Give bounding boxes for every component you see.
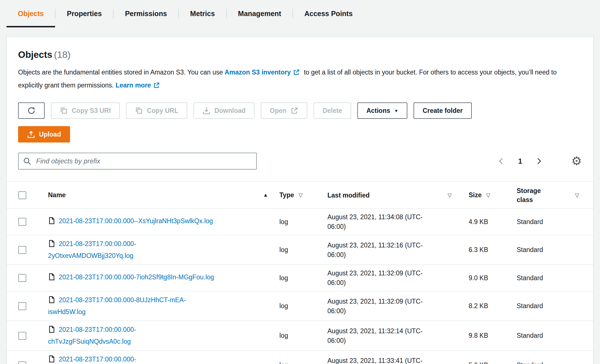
upload-icon	[27, 130, 35, 138]
open-button[interactable]: Open	[261, 102, 307, 119]
header-name[interactable]: Name ▲	[38, 191, 279, 199]
row-size: 8.2 KB	[469, 302, 517, 310]
tab-management[interactable]: Management	[227, 0, 293, 27]
row-checkbox[interactable]	[18, 218, 26, 226]
copy-url-button[interactable]: Copy URL	[126, 102, 187, 119]
search-icon	[23, 157, 31, 167]
external-link-icon	[290, 107, 298, 115]
row-select-cell	[7, 361, 38, 364]
filter-icon[interactable]: ▽	[447, 190, 452, 200]
table-row: 2021-08-23T17:00:00.000-Cnih2PVKDl7Clg40…	[7, 351, 593, 364]
header-size[interactable]: Size ▽	[469, 191, 517, 199]
filter-icon[interactable]: ▽	[299, 192, 303, 198]
table-row: 2021-08-23T17:00:00.000-chTvJzgFSuiqNQdv…	[7, 321, 593, 351]
row-last-modified: August 23, 2021, 11:32:09 (UTC-06:00)	[327, 268, 469, 288]
tab-objects-label: Objects	[18, 10, 44, 18]
refresh-button[interactable]	[18, 102, 45, 119]
file-icon	[48, 273, 55, 284]
object-name-link[interactable]: 2021-08-23T17:00:00.000-2yOtxevAMDOWBjj3…	[48, 239, 218, 261]
header-select-cell	[7, 191, 38, 199]
caret-down-icon: ▼	[394, 109, 398, 113]
copy-icon	[135, 107, 143, 115]
object-name-link[interactable]: 2021-08-23T17:00:00.000--XsYujlraNHt3pSw…	[48, 216, 213, 228]
row-size: 5.6 KB	[469, 361, 517, 364]
next-page-button[interactable]	[535, 157, 543, 165]
row-name-cell: 2021-08-23T17:00:00.000-Cnih2PVKDl7Clg40…	[38, 354, 279, 364]
select-all-checkbox[interactable]	[18, 191, 26, 199]
filter-icon[interactable]: ▽	[575, 192, 579, 198]
tab-properties[interactable]: Properties	[56, 0, 113, 27]
row-last-modified: August 23, 2021, 11:34:08 (UTC-06:00)	[327, 212, 469, 231]
download-button[interactable]: Download	[194, 102, 255, 119]
row-select-cell	[7, 246, 38, 254]
header-name-label: Name	[48, 191, 66, 199]
header-storage-class[interactable]: Storage class ▽	[517, 186, 593, 204]
row-storage-class: Standard	[517, 246, 593, 254]
tab-permissions[interactable]: Permissions	[114, 0, 178, 27]
sort-ascending-icon[interactable]: ▲	[263, 192, 268, 198]
previous-page-button[interactable]	[497, 157, 505, 165]
amazon-s3-inventory-link[interactable]: Amazon S3 inventory	[225, 69, 291, 76]
header-storage-class-label: Storage class	[517, 186, 552, 204]
page-title: Objects(18)	[18, 49, 582, 60]
row-storage-class: Standard	[517, 332, 593, 339]
search-and-pagination-row: 1 ⚙	[18, 153, 582, 170]
tab-access-points-label: Access Points	[304, 10, 353, 18]
actions-dropdown-button[interactable]: Actions▼	[357, 102, 407, 119]
row-name-cell: 2021-08-23T17:00:00.000-7ioh2Sf9tg8In-MG…	[38, 272, 279, 284]
row-checkbox[interactable]	[18, 361, 26, 364]
create-folder-button[interactable]: Create folder	[414, 102, 472, 119]
row-select-cell	[7, 302, 38, 310]
object-name-text: 2021-08-23T17:00:00.000-Cnih2PVKDl7Clg40…	[48, 356, 136, 364]
header-type[interactable]: Type ▽	[279, 191, 327, 199]
row-size: 9.8 KB	[469, 332, 517, 339]
row-checkbox[interactable]	[18, 274, 26, 282]
object-name-link[interactable]: 2021-08-23T17:00:00.000-8UJzHhCT-mEA-isw…	[48, 295, 218, 317]
filter-icon[interactable]: ▽	[486, 192, 490, 198]
upload-label: Upload	[39, 131, 61, 138]
bucket-tabs: Objects Properties Permissions Metrics M…	[0, 0, 600, 27]
header-last-modified[interactable]: Last modified ▽	[327, 190, 469, 200]
download-label: Download	[214, 107, 245, 115]
object-name-link[interactable]: 2021-08-23T17:00:00.000-chTvJzgFSuiqNQdv…	[48, 324, 218, 347]
tab-access-points[interactable]: Access Points	[293, 0, 364, 27]
row-storage-class: Standard	[517, 302, 593, 310]
external-link-icon	[293, 67, 300, 79]
preferences-gear-button[interactable]: ⚙	[571, 155, 582, 167]
upload-button[interactable]: Upload	[18, 126, 70, 142]
object-name-link[interactable]: 2021-08-23T17:00:00.000-7ioh2Sf9tg8In-MG…	[48, 272, 214, 284]
row-checkbox[interactable]	[18, 246, 26, 254]
search-input[interactable]	[18, 153, 257, 170]
search-box	[18, 153, 257, 170]
objects-table: Name ▲ Type ▽ Last modified ▽ Size ▽ Sto…	[7, 181, 593, 364]
copy-s3-uri-label: Copy S3 URI	[72, 107, 111, 115]
object-rows: 2021-08-23T17:00:00.000--XsYujlraNHt3pSw…	[7, 209, 593, 364]
copy-s3-uri-button[interactable]: Copy S3 URI	[51, 102, 120, 119]
row-type: log	[279, 246, 327, 254]
row-select-cell	[7, 332, 38, 340]
refresh-icon	[27, 107, 35, 115]
row-select-cell	[7, 274, 38, 282]
delete-button[interactable]: Delete	[314, 102, 351, 119]
current-page-number[interactable]: 1	[518, 157, 522, 165]
file-icon	[48, 355, 55, 364]
objects-panel: Objects(18) Objects are the fundamental …	[6, 37, 594, 364]
row-checkbox[interactable]	[18, 332, 26, 340]
row-select-cell	[7, 218, 38, 226]
object-name-link[interactable]: 2021-08-23T17:00:00.000-Cnih2PVKDl7Clg40…	[48, 354, 218, 364]
row-type: log	[279, 361, 327, 364]
upload-row: Upload	[18, 126, 582, 142]
open-label: Open	[270, 107, 286, 115]
objects-toolbar: Copy S3 URI Copy URL Download Open Delet…	[18, 102, 582, 119]
table-row: 2021-08-23T17:00:00.000-7ioh2Sf9tg8In-MG…	[7, 265, 593, 291]
row-checkbox[interactable]	[18, 302, 26, 310]
row-size: 9.0 KB	[469, 274, 517, 282]
row-type: log	[279, 302, 327, 310]
object-name-text: 2021-08-23T17:00:00.000-chTvJzgFSuiqNQdv…	[48, 326, 136, 345]
tab-objects[interactable]: Objects	[6, 0, 55, 27]
external-link-icon	[153, 80, 160, 92]
row-name-cell: 2021-08-23T17:00:00.000-chTvJzgFSuiqNQdv…	[38, 324, 279, 347]
tab-metrics[interactable]: Metrics	[179, 0, 226, 27]
row-type: log	[279, 274, 327, 282]
learn-more-link[interactable]: Learn more	[116, 82, 151, 89]
